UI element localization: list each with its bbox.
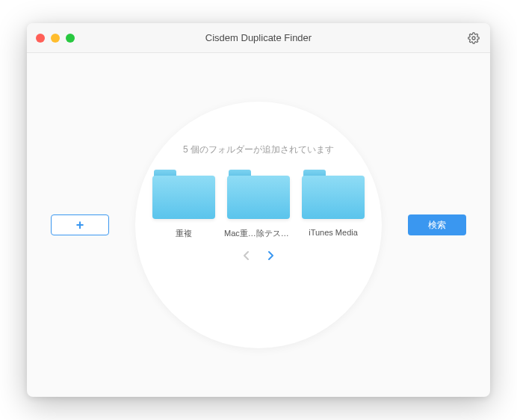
maximize-button[interactable] [66,34,75,43]
gear-icon [468,32,480,44]
drop-zone[interactable]: 5 個のフォルダーが追加されています 重複 Mac重…除テスト用 [135,102,382,348]
window-title: Cisdem Duplicate Finder [205,32,312,43]
folder-label: Mac重…除テスト用 [224,228,293,239]
add-folder-button[interactable]: + [51,214,109,235]
folder-label: 重複 [176,228,192,239]
chevron-left-icon [242,250,251,261]
search-button[interactable]: 検索 [408,214,466,235]
search-button-label: 検索 [428,219,446,232]
titlebar: Cisdem Duplicate Finder [27,23,490,53]
app-window: Cisdem Duplicate Finder + 5 個のフォルダーが追加され… [27,23,490,397]
minimize-button[interactable] [51,34,60,43]
main-content: + 5 個のフォルダーが追加されています 重複 Mac重…除テ [27,53,490,397]
svg-point-0 [472,37,475,40]
status-text: 5 個のフォルダーが追加されています [183,143,334,156]
next-page-button[interactable] [264,250,276,262]
window-controls [36,34,75,43]
settings-button[interactable] [466,31,481,46]
folder-icon [300,170,366,219]
folder-item[interactable]: Mac重…除テスト用 [224,170,293,239]
folder-label: iTunes Media [309,228,358,237]
folder-list: 重複 Mac重…除テスト用 iTunes Media [149,170,368,239]
pager [241,250,276,262]
folder-icon [226,170,291,219]
chevron-right-icon [266,250,275,261]
plus-icon: + [76,218,84,232]
close-button[interactable] [36,34,45,43]
folder-item[interactable]: 重複 [149,170,218,239]
folder-item[interactable]: iTunes Media [299,170,368,237]
folder-icon [151,170,217,219]
prev-page-button[interactable] [241,250,253,262]
